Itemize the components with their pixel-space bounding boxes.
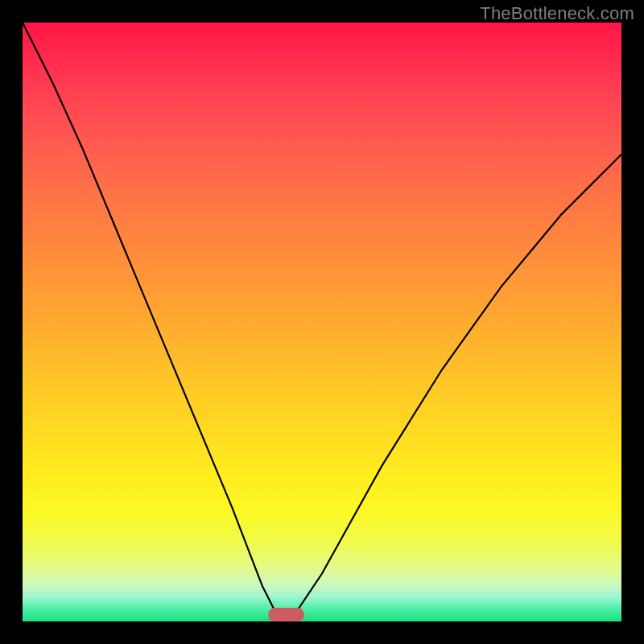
bottleneck-curve-path <box>23 23 621 621</box>
optimal-marker <box>268 608 304 621</box>
curve-svg <box>23 23 621 621</box>
chart-frame: TheBottleneck.com <box>0 0 644 644</box>
watermark-text: TheBottleneck.com <box>480 3 634 24</box>
plot-area <box>23 23 621 621</box>
